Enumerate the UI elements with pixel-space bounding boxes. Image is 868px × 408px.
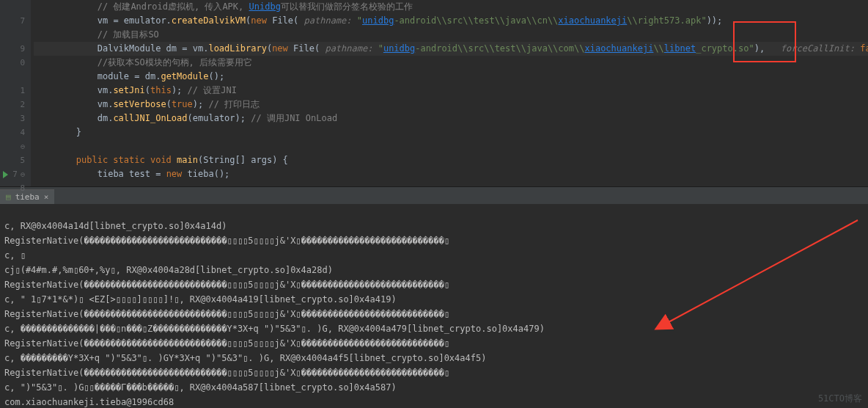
console-line: c, ���������Y*3X+q ")"5&3"▯. )GY*3X+q ")… [4,353,486,363]
console-output[interactable]: c, RX@0x4004a14d[libnet_crypto.so]0x4a14… [0,204,868,408]
console-line: RegisterNative(�������������������������… [4,236,449,246]
line-gutter: 7 9 0 1 2 3 4 ⊖ 5 7⊖ 8 [0,0,31,186]
line-number: 8 [20,183,25,193]
close-icon[interactable]: × [44,192,49,202]
line-number: 2 [20,100,25,109]
console-line: cj▯(#4#m.#,%m▯60+,%y▯, RX@0x4004a28d[lib… [4,265,333,275]
console-line: RegisterNative(�������������������������… [4,368,449,378]
console-line: c, RX@0x4004a14d[libnet_crypto.so]0x4a14… [4,221,227,231]
console-line: RegisterNative(�������������������������… [4,338,449,349]
code-text[interactable]: // 创建Android虚拟机, 传入APK, Unidbg可以替我们做部分签名… [31,0,868,186]
console-line: c, " 1▯7*1*&*)▯ <EZ[>▯▯▯▯]▯▯▯▯]!▯, RX@0x… [4,294,397,305]
line-number: 4 [20,128,25,137]
console-tab-bar: ▤ tieba × [0,187,868,204]
console-line: RegisterNative(�������������������������… [4,309,449,319]
watermark: 51CTO博客 [818,393,862,405]
console-line: c, ")"5&3"▯. )G▯▯�����Г���b�����▯, RX@0x… [4,382,397,393]
line-number: 1 [20,86,25,95]
fold-icon[interactable]: ⊖ [21,142,25,150]
console-line: c, ��������������|���▯n���▯Z������������… [4,324,545,334]
code-editor[interactable]: 7 9 0 1 2 3 4 ⊖ 5 7⊖ 8 // 创建Android虚拟机, … [0,0,868,186]
line-number: 9 [20,44,25,54]
line-number: 3 [20,114,25,123]
line-number: 0 [20,58,25,68]
console-line: com.xiaochuankeji.tieba@1996cd68 [4,397,174,407]
console-line: c, ▯ [4,250,26,261]
run-gutter-icon[interactable] [3,171,8,178]
fold-icon[interactable]: ⊖ [21,170,25,178]
console-panel: ▤ tieba × c, RX@0x4004a14d[libnet_crypto… [0,186,868,408]
console-line: RegisterNative(�������������������������… [4,280,449,290]
line-number: 7 [12,170,18,179]
line-number: 5 [20,156,25,165]
line-number: 7 [20,16,25,26]
